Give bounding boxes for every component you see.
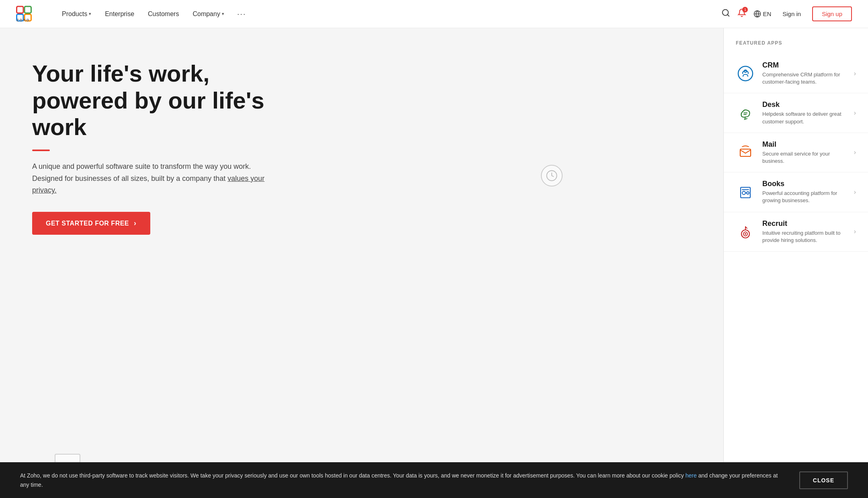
hero-section: Your life's work, powered by our life's … (0, 28, 723, 498)
desk-desc: Helpdesk software to deliver great custo… (762, 111, 847, 125)
svg-rect-1 (25, 6, 31, 13)
hero-title: Your life's work, powered by our life's … (32, 60, 297, 141)
app-item-mail[interactable]: Mail Secure email service for your busin… (724, 133, 868, 172)
svg-text:ZOHO: ZOHO (17, 18, 30, 22)
crm-icon (736, 64, 755, 83)
mail-desc: Secure email service for your business. (762, 150, 847, 165)
cookie-policy-link[interactable]: here (686, 472, 697, 479)
app-item-books[interactable]: Books Powerful accounting platform for g… (724, 172, 868, 212)
cookie-banner: At Zoho, we do not use third-party softw… (0, 462, 868, 498)
recruit-name: Recruit (762, 219, 847, 228)
nav-more-icon[interactable]: ··· (232, 6, 251, 22)
products-chevron-icon: ▾ (89, 11, 91, 16)
nav-company[interactable]: Company ▾ (187, 7, 229, 21)
nav-customers[interactable]: Customers (142, 7, 184, 21)
svg-rect-0 (17, 6, 24, 13)
books-desc: Powerful accounting platform for growing… (762, 190, 847, 204)
featured-apps-panel: FEATURED APPS CRM Comprehensive CRM plat… (723, 28, 868, 498)
svg-point-10 (738, 66, 753, 81)
books-name: Books (762, 180, 847, 188)
crm-name: CRM (762, 61, 847, 70)
main-content: Your life's work, powered by our life's … (0, 28, 868, 498)
notification-icon[interactable]: 1 (737, 8, 746, 19)
svg-point-22 (745, 233, 746, 235)
clock-decoration (541, 165, 563, 186)
cta-arrow-icon: › (134, 219, 137, 227)
nav-links: Products ▾ Enterprise Customers Company … (56, 6, 721, 22)
crm-desc: Comprehensive CRM platform for customer-… (762, 71, 847, 86)
search-icon[interactable] (721, 8, 730, 19)
svg-point-16 (742, 191, 745, 195)
recruit-icon (736, 222, 755, 241)
notification-badge: 1 (742, 7, 748, 12)
svg-line-6 (728, 14, 729, 16)
nav-enterprise[interactable]: Enterprise (99, 7, 140, 21)
mail-chevron-icon: › (854, 149, 856, 156)
mail-icon (736, 143, 755, 162)
books-icon (736, 182, 755, 202)
crm-chevron-icon: › (854, 70, 856, 77)
desk-name: Desk (762, 100, 847, 109)
app-item-crm[interactable]: CRM Comprehensive CRM platform for custo… (724, 54, 868, 93)
desk-chevron-icon: › (854, 109, 856, 117)
hero-description: A unique and powerful software suite to … (32, 161, 265, 197)
app-item-desk[interactable]: Desk Helpdesk software to deliver great … (724, 93, 868, 133)
hero-divider (32, 150, 50, 151)
mail-name: Mail (762, 140, 847, 149)
recruit-chevron-icon: › (854, 228, 856, 235)
cookie-close-button[interactable]: CLOSE (799, 471, 848, 489)
cookie-text: At Zoho, we do not use third-party softw… (20, 471, 783, 489)
recruit-desc: Intuitive recruiting platform built to p… (762, 230, 847, 244)
language-selector[interactable]: EN (753, 10, 771, 18)
desk-icon (736, 103, 755, 123)
nav-products[interactable]: Products ▾ (56, 7, 97, 21)
books-chevron-icon: › (854, 189, 856, 196)
svg-point-17 (747, 192, 749, 194)
app-item-recruit[interactable]: Recruit Intuitive recruiting platform bu… (724, 212, 868, 252)
logo[interactable]: ZOHO (16, 5, 40, 23)
signup-button[interactable]: Sign up (812, 6, 852, 21)
featured-apps-title: FEATURED APPS (724, 40, 868, 54)
navbar: ZOHO Products ▾ Enterprise Customers Com… (0, 0, 868, 28)
signin-button[interactable]: Sign in (778, 8, 805, 20)
nav-right: 1 EN Sign in Sign up (721, 6, 852, 21)
company-chevron-icon: ▾ (222, 11, 224, 16)
get-started-button[interactable]: GET STARTED FOR FREE › (32, 212, 150, 235)
